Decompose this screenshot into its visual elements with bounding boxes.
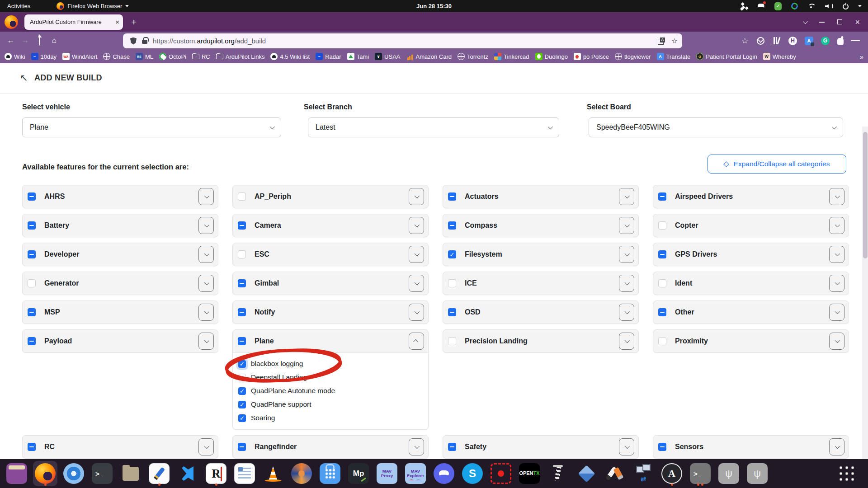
dock-item-mavexplorer[interactable]: MAV Explorer [403, 461, 428, 486]
dock-item-chromium[interactable] [61, 461, 86, 486]
dock-item-software[interactable] [318, 461, 342, 486]
category-expand-button[interactable] [198, 438, 214, 455]
dock-item-terminal[interactable]: >_ [90, 461, 114, 486]
feature-checkbox[interactable] [238, 360, 246, 368]
category-checkbox[interactable] [448, 308, 456, 316]
category-expand-button[interactable] [409, 246, 424, 263]
category-checkbox[interactable] [448, 250, 456, 258]
translate-ext-icon[interactable]: A [805, 37, 813, 45]
category-expand-button[interactable] [619, 246, 634, 263]
dock-item-terminal-2[interactable]: >_ [688, 461, 712, 486]
category-checkbox[interactable] [238, 337, 246, 345]
sync-ring-icon[interactable] [790, 1, 799, 10]
branch-select[interactable]: Latest [308, 117, 559, 137]
back-button[interactable]: ← [4, 36, 18, 45]
category-expand-button[interactable] [409, 217, 424, 234]
back-arrow-icon[interactable]: ↖ [20, 72, 28, 83]
backup-check-icon[interactable] [774, 2, 782, 10]
dock-item-vscode[interactable] [175, 461, 200, 486]
bookmark-ml[interactable]: ML [136, 53, 153, 60]
dock-item-files[interactable] [118, 461, 143, 486]
category-checkbox[interactable] [238, 443, 246, 451]
pocket-icon[interactable] [757, 37, 764, 45]
category-expand-button[interactable] [198, 333, 214, 350]
reload-button[interactable] [33, 36, 47, 45]
category-expand-button[interactable] [619, 304, 634, 321]
bookmark-10day[interactable]: 10day [31, 53, 57, 60]
bookmark-patient-portal-login[interactable]: Patient Portal Login [696, 53, 757, 60]
bookmark-wiki[interactable]: Wiki [5, 53, 25, 60]
new-tab-button[interactable]: + [131, 17, 137, 27]
bookmark-radar[interactable]: Radar [316, 53, 341, 60]
dock-item-slicer[interactable] [546, 461, 570, 486]
browser-tab[interactable]: ArduPilot Custom Firmware × [24, 14, 123, 30]
feature-checkbox[interactable] [238, 401, 246, 408]
bookmark-star-icon[interactable]: ☆ [671, 37, 678, 45]
dock-item-usb-2[interactable]: ψ [745, 461, 769, 486]
clock[interactable]: Jun 28 15:30 [0, 3, 868, 9]
library-icon[interactable] [772, 37, 781, 45]
category-expand-button[interactable] [829, 333, 844, 350]
dock-item-mavproxy[interactable]: MAV Proxy [375, 461, 399, 486]
discord-icon[interactable] [757, 2, 765, 10]
dock-item-virtualbox[interactable] [574, 461, 599, 486]
bookmark-octopi[interactable]: OctoPi [159, 53, 186, 60]
category-checkbox[interactable] [28, 308, 36, 316]
tracking-shield-icon[interactable] [130, 38, 137, 45]
category-checkbox[interactable] [448, 279, 456, 287]
url-bar[interactable]: https://custom.ardupilot.org/add_build ☆ [123, 33, 682, 48]
category-checkbox[interactable] [658, 250, 666, 258]
tab-close-icon[interactable]: × [115, 18, 119, 26]
dock-item-discord[interactable] [432, 461, 456, 486]
category-expand-button[interactable] [198, 188, 214, 205]
page-scrollbar[interactable] [862, 127, 868, 488]
category-checkbox[interactable] [238, 308, 246, 316]
bookmark-usaa[interactable]: USAA [375, 53, 400, 60]
translate-page-icon[interactable] [658, 38, 665, 45]
dock-item-r-app[interactable]: R [204, 461, 228, 486]
category-expand-button[interactable] [619, 438, 634, 455]
category-expand-button[interactable] [619, 333, 634, 350]
bookmark-whereby[interactable]: Whereby [763, 53, 796, 60]
category-checkbox[interactable] [658, 192, 666, 201]
category-expand-button[interactable] [409, 333, 424, 350]
power-icon[interactable] [843, 4, 849, 9]
minimize-button[interactable] [819, 22, 825, 23]
close-window-button[interactable]: × [855, 18, 860, 26]
category-checkbox[interactable] [658, 443, 666, 451]
bookmark-torrentz[interactable]: Torrentz [458, 53, 488, 60]
category-checkbox[interactable] [238, 279, 246, 287]
home-button[interactable]: ⌂ [47, 36, 61, 45]
category-expand-button[interactable] [619, 188, 634, 205]
dock-item-photos[interactable] [289, 461, 314, 486]
category-checkbox[interactable] [238, 192, 246, 201]
board-select[interactable]: SpeedyBeeF405WING [589, 117, 843, 137]
activities-button[interactable]: Activities [7, 3, 30, 9]
feature-checkbox[interactable] [238, 374, 246, 381]
category-checkbox[interactable] [448, 443, 456, 451]
category-expand-button[interactable] [829, 304, 844, 321]
category-expand-button[interactable] [829, 438, 844, 455]
bookmark-4-5-wiki-list[interactable]: 4.5 Wiki list [270, 53, 310, 60]
dock-item-recorder[interactable] [489, 461, 513, 486]
thumb-ext-icon[interactable] [837, 38, 844, 45]
category-expand-button[interactable] [829, 217, 844, 234]
menu-icon[interactable] [851, 37, 860, 45]
category-checkbox[interactable] [28, 279, 36, 287]
category-expand-button[interactable] [409, 304, 424, 321]
category-checkbox[interactable] [448, 337, 456, 345]
category-expand-button[interactable] [409, 275, 424, 292]
category-checkbox[interactable] [448, 192, 456, 201]
bookmark-rc[interactable]: RC [192, 53, 210, 60]
grammarly-icon[interactable]: G [821, 37, 830, 45]
bookmark-po-polsce[interactable]: po Polsce [574, 53, 609, 60]
category-expand-button[interactable] [829, 246, 844, 263]
category-checkbox[interactable] [28, 221, 36, 230]
feature-checkbox[interactable] [238, 414, 246, 422]
bookmark-chase[interactable]: Chase [103, 53, 130, 60]
dock-item-skype[interactable]: S [460, 461, 485, 486]
dock-item-writer[interactable] [232, 461, 257, 486]
category-checkbox[interactable] [448, 221, 456, 230]
volume-icon[interactable] [825, 2, 833, 10]
category-expand-button[interactable] [619, 275, 634, 292]
